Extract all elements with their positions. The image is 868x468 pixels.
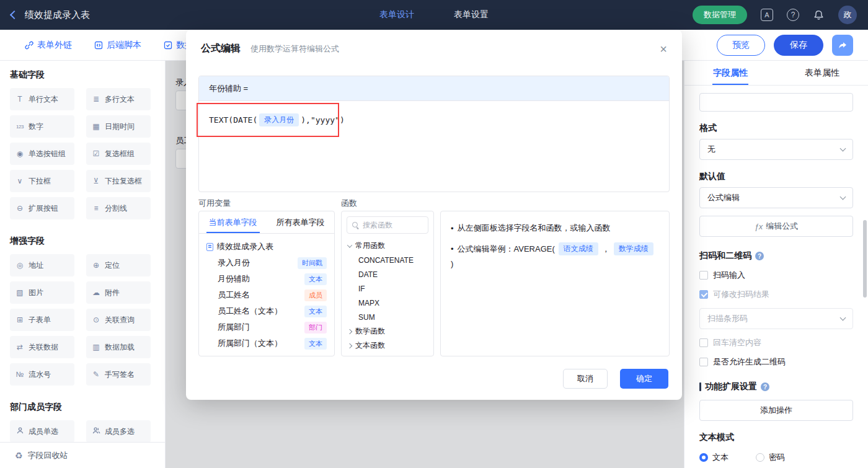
tab-current-form-fields[interactable]: 当前表单字段 xyxy=(199,211,267,233)
add-action-button[interactable]: 添加操作 xyxy=(699,400,853,421)
radio-text[interactable] xyxy=(699,453,708,462)
sidebar-field-multi-line-text[interactable]: ≣多行文本 xyxy=(86,88,151,110)
serial-number-icon: № xyxy=(15,370,25,379)
question-circle-icon[interactable]: ? xyxy=(761,382,769,391)
sidebar-field-lookup-query[interactable]: ⊙关联查询 xyxy=(86,309,151,331)
vertical-scrollbar[interactable] xyxy=(863,220,867,298)
formula-help-panel: • 从左侧面板选择字段名和函数，或输入函数 • 公式编辑举例：AVERAGE( … xyxy=(440,211,670,356)
variable-item[interactable]: 所属部门（文本）文本 xyxy=(203,335,330,351)
function-item[interactable]: IF xyxy=(342,281,433,296)
function-item[interactable]: CONCATENATE xyxy=(342,253,433,267)
user-avatar[interactable]: 政 xyxy=(838,6,857,24)
help-glyph: ? xyxy=(787,9,799,21)
function-group-math[interactable]: 数学函数 xyxy=(342,324,433,338)
field-palette-sidebar: 基础字段 T单行文本 ≣多行文本 123数字 ▦日期时间 ◉单选按钮组 ☑复选框… xyxy=(0,61,166,468)
format-label: 格式 xyxy=(699,123,853,134)
field-label: 成员多选 xyxy=(105,426,135,437)
formula-field-pill[interactable]: 录入月份 xyxy=(259,113,299,126)
field-label: 流水号 xyxy=(29,369,51,380)
sidebar-field-single-line-text[interactable]: T单行文本 xyxy=(10,88,74,110)
sidebar-field-subform[interactable]: ⊞子表单 xyxy=(10,309,74,331)
sidebar-field-image[interactable]: ▧图片 xyxy=(10,281,74,304)
format-select[interactable]: 无 xyxy=(699,139,853,160)
radio-password[interactable] xyxy=(756,453,764,462)
formula-editor: 年份辅助 = TEXT(DATE( 录入月份 ),"yyyy") xyxy=(198,76,670,192)
radio-text-option[interactable]: 文本 xyxy=(699,452,728,463)
sidebar-field-address[interactable]: ◎地址 xyxy=(10,254,74,276)
sidebar-field-attachment[interactable]: ☁附件 xyxy=(86,281,151,304)
sidebar-field-member-single[interactable]: 成员单选 xyxy=(10,420,74,443)
permission-icon xyxy=(164,41,172,50)
tab-form-settings[interactable]: 表单设置 xyxy=(454,9,489,20)
type-tag: 文本 xyxy=(304,338,327,350)
sidebar-field-radio-group[interactable]: ◉单选按钮组 xyxy=(10,143,74,165)
sidebar-field-divider[interactable]: ≡分割线 xyxy=(86,197,151,219)
function-group-label: 常用函数 xyxy=(355,241,385,251)
function-item[interactable]: SUM xyxy=(342,310,433,324)
enter-clear-checkbox[interactable] xyxy=(699,338,708,347)
function-search-box[interactable] xyxy=(347,216,428,234)
function-group-common[interactable]: 常用函数 xyxy=(342,239,433,253)
sidebar-field-extend-button[interactable]: ⊖扩展按钮 xyxy=(10,197,74,219)
save-button[interactable]: 保存 xyxy=(774,35,823,56)
scan-input-checkbox[interactable] xyxy=(699,271,708,280)
variable-item[interactable]: 月份辅助文本 xyxy=(203,271,330,287)
sidebar-field-select[interactable]: ∨下拉框 xyxy=(10,170,74,192)
sidebar-field-linked-data[interactable]: ⇄关联数据 xyxy=(10,336,74,358)
confirm-button[interactable]: 确定 xyxy=(620,369,668,389)
close-icon[interactable]: × xyxy=(660,43,667,55)
tab-all-form-fields[interactable]: 所有表单字段 xyxy=(267,211,334,233)
formula-input-area[interactable]: TEXT(DATE( 录入月份 ),"yyyy") xyxy=(199,101,669,139)
default-value-select[interactable]: 公式编辑 xyxy=(699,187,853,208)
cancel-button[interactable]: 取消 xyxy=(563,369,608,389)
variable-item[interactable]: 录入月份时间戳 xyxy=(203,255,330,271)
sidebar-field-location[interactable]: ⊕定位 xyxy=(86,254,151,276)
help-icon[interactable]: ? xyxy=(787,9,799,21)
function-search-input[interactable] xyxy=(363,221,423,229)
function-group-text[interactable]: 文本函数 xyxy=(342,338,433,353)
allow-qr-checkbox[interactable] xyxy=(699,358,708,366)
field-title-input[interactable] xyxy=(699,93,853,112)
signature-icon: ✎ xyxy=(91,370,101,379)
sidebar-field-checkbox-group[interactable]: ☑复选框组 xyxy=(86,143,151,165)
share-button[interactable] xyxy=(832,35,853,56)
field-recycle-bin[interactable]: ♻ 字段回收站 xyxy=(0,442,165,468)
scan-input-checkbox-row[interactable]: 扫码输入 xyxy=(699,270,853,281)
back-icon[interactable] xyxy=(10,11,19,19)
chevron-down-icon xyxy=(840,146,846,152)
radio-password-option[interactable]: 密码 xyxy=(756,452,785,463)
sidebar-field-signature[interactable]: ✎手写签名 xyxy=(86,363,151,386)
data-manage-button[interactable]: 数据管理 xyxy=(693,6,747,24)
tab-form-design[interactable]: 表单设计 xyxy=(379,9,414,20)
enter-clear-checkbox-row[interactable]: 回车清空内容 xyxy=(699,337,853,348)
backend-script-link[interactable]: 后端脚本 xyxy=(94,40,141,51)
sidebar-field-number[interactable]: 123数字 xyxy=(10,115,74,138)
sidebar-field-data-load[interactable]: ▥数据加载 xyxy=(86,336,151,358)
form-external-link[interactable]: 表单外链 xyxy=(25,40,72,51)
sidebar-field-multi-select[interactable]: ⊻下拉复选框 xyxy=(86,170,151,192)
edit-formula-button[interactable]: ƒx 编辑公式 xyxy=(699,216,853,237)
notification-bell-icon[interactable] xyxy=(813,9,825,21)
scan-mode-select[interactable]: 扫描条形码 xyxy=(699,308,853,329)
translate-icon[interactable]: A xyxy=(761,9,773,21)
variable-name: 月份辅助 xyxy=(218,273,304,285)
functions-panel: 常用函数 CONCATENATE DATE IF MAPX SUM 数学函数 文… xyxy=(341,211,434,356)
type-tag: 文本 xyxy=(304,273,327,285)
preview-button[interactable]: 预览 xyxy=(717,35,765,56)
scan-editable-checkbox-row[interactable]: 可修改扫码结果 xyxy=(699,289,853,300)
variable-item[interactable]: 所属部门部门 xyxy=(203,319,330,335)
function-item[interactable]: MAPX xyxy=(342,296,433,310)
variable-item[interactable]: 员工姓名成员 xyxy=(203,287,330,303)
allow-qr-checkbox-row[interactable]: 是否允许生成二维码 xyxy=(699,356,853,368)
variables-form-node[interactable]: 绩效提成录入表 xyxy=(203,239,330,255)
sidebar-field-serial-number[interactable]: №流水号 xyxy=(10,363,74,386)
sidebar-field-member-multi[interactable]: 成员多选 xyxy=(86,420,151,443)
form-name: 绩效提成录入表 xyxy=(217,241,273,252)
scan-editable-checkbox[interactable] xyxy=(699,290,708,299)
variable-item[interactable]: 员工姓名（文本）文本 xyxy=(203,303,330,319)
tab-field-properties[interactable]: 字段属性 xyxy=(684,61,776,85)
question-circle-icon[interactable]: ? xyxy=(755,252,764,260)
tab-form-properties[interactable]: 表单属性 xyxy=(776,61,868,85)
function-item[interactable]: DATE xyxy=(342,267,433,281)
sidebar-field-datetime[interactable]: ▦日期时间 xyxy=(86,115,151,138)
